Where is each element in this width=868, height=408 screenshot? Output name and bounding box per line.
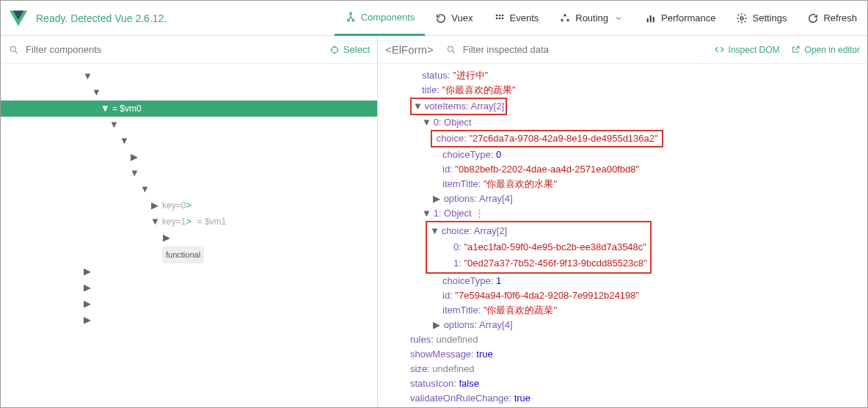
highlight-box: ▼ voteItems: Array[2] <box>410 98 507 115</box>
twist-icon[interactable]: ▼ <box>120 133 128 149</box>
svg-point-3 <box>495 14 497 16</box>
twist-icon[interactable]: ▼ <box>130 165 139 181</box>
svg-point-6 <box>495 17 497 19</box>
tab-events[interactable]: Events <box>484 1 550 36</box>
svg-point-15 <box>448 46 453 51</box>
vuex-icon <box>435 12 447 24</box>
svg-rect-10 <box>650 15 652 22</box>
svg-point-12 <box>740 17 743 20</box>
tab-routing[interactable]: Routing <box>549 1 635 36</box>
twist-icon[interactable]: ▶ <box>162 230 171 246</box>
components-icon <box>345 11 357 23</box>
svg-point-4 <box>498 14 500 16</box>
inspector-panel: <ElForm> Inspect DOM Open in editor stat… <box>378 36 867 407</box>
tab-refresh[interactable]: Refresh <box>797 1 867 36</box>
filter-components-input[interactable] <box>26 44 323 55</box>
main-tabs: Components Vuex Events Routing Performan… <box>335 1 867 36</box>
search-icon <box>8 44 20 56</box>
svg-point-13 <box>10 46 15 51</box>
twist-icon[interactable]: ▶ <box>432 318 441 332</box>
tab-performance[interactable]: Performance <box>635 1 726 36</box>
svg-point-7 <box>498 17 500 19</box>
svg-rect-9 <box>647 18 649 22</box>
inspector-data[interactable]: status: "进行中" title: "你最喜欢的蔬果" ▼ voteIte… <box>378 64 867 407</box>
svg-point-1 <box>347 19 349 21</box>
tab-settings[interactable]: Settings <box>726 1 797 36</box>
twist-icon[interactable]: ▶ <box>83 280 92 296</box>
inspector-breadcrumb: <ElForm> <box>385 43 434 56</box>
components-filter-bar: Select <box>1 36 377 64</box>
twist-icon[interactable]: ▼ <box>109 117 118 133</box>
tree-node[interactable]: ▼ key=1> = $vm1 <box>1 214 377 230</box>
tree-node[interactable]: ▶ <box>1 296 377 312</box>
tree-node[interactable]: ▼ <box>1 181 377 197</box>
tree-node[interactable]: ▼ <box>1 117 377 133</box>
svg-point-2 <box>352 19 354 21</box>
highlight-box: choice: "27c6da7a-9708-42a9-8e19-de4955d… <box>431 130 663 147</box>
svg-point-5 <box>501 14 503 16</box>
twist-icon[interactable]: ▼ <box>422 206 431 221</box>
twist-icon[interactable]: ▼ <box>150 214 159 230</box>
svg-point-0 <box>349 12 351 15</box>
tree-node[interactable]: ▶ <box>1 263 377 280</box>
select-component-button[interactable]: Select <box>329 44 370 56</box>
performance-icon <box>645 12 657 24</box>
refresh-icon <box>807 12 819 24</box>
chevron-down-icon <box>613 12 624 24</box>
twist-icon[interactable]: ▼ <box>413 99 422 114</box>
tree-node[interactable]: ▼ <box>1 133 377 149</box>
tab-vuex[interactable]: Vuex <box>425 1 483 36</box>
tree-node[interactable]: ▼ <box>1 84 377 101</box>
tree-node[interactable]: ▶ <box>1 230 377 246</box>
settings-icon <box>736 12 748 24</box>
tree-node[interactable]: ▶ <box>1 312 377 328</box>
functional-badge: functional <box>162 246 204 263</box>
tree-node[interactable]: ▼ = $vm0 <box>1 101 377 117</box>
svg-point-8 <box>501 17 503 19</box>
twist-icon[interactable]: ▼ <box>430 223 439 239</box>
twist-icon[interactable]: ▼ <box>92 84 101 101</box>
target-icon <box>329 44 340 56</box>
filter-inspected-input[interactable] <box>463 44 708 55</box>
open-editor-button[interactable]: Open in editor <box>790 44 860 56</box>
code-icon <box>714 44 726 56</box>
svg-point-14 <box>332 46 338 52</box>
search-icon <box>445 44 457 56</box>
twist-icon[interactable]: ▶ <box>83 296 92 312</box>
tab-components[interactable]: Components <box>335 1 426 36</box>
status-text: Ready. Detected Vue 2.6.12. <box>36 12 167 24</box>
inspector-filter-bar: <ElForm> Inspect DOM Open in editor <box>378 36 867 64</box>
svg-rect-11 <box>653 17 654 22</box>
twist-icon[interactable]: ▶ <box>83 312 92 328</box>
vue-logo-icon <box>8 8 29 29</box>
highlight-box: ▼ choice: Array[2] 0: "a1ec1fa0-59f0-4e9… <box>426 221 652 274</box>
twist-icon[interactable]: ▶ <box>83 263 92 280</box>
twist-icon[interactable]: ▼ <box>422 115 431 130</box>
components-panel: Select ▼ ▼ ▼ = $vm0▼ ▼ ▶ ▼ ▼ ▶ key=0>▼ k… <box>1 36 378 407</box>
component-tree[interactable]: ▼ ▼ ▼ = $vm0▼ ▼ ▶ ▼ ▼ ▶ key=0>▼ key=1> =… <box>1 64 377 407</box>
tree-node[interactable]: ▼ <box>1 165 377 181</box>
tree-node[interactable]: ▶ <box>1 149 377 165</box>
twist-icon[interactable]: ▶ <box>432 192 441 206</box>
top-toolbar: Ready. Detected Vue 2.6.12. Components V… <box>1 1 867 36</box>
twist-icon[interactable]: ▶ <box>130 149 139 165</box>
twist-icon[interactable]: ▼ <box>101 101 109 117</box>
tree-node[interactable]: ▶ <box>1 280 377 296</box>
twist-icon[interactable]: ▼ <box>83 68 92 84</box>
external-link-icon <box>790 44 802 56</box>
tree-node[interactable]: ▶ key=0> <box>1 197 377 214</box>
tree-node[interactable]: ▼ <box>1 68 377 84</box>
twist-icon[interactable]: ▼ <box>140 181 149 197</box>
inspect-dom-button[interactable]: Inspect DOM <box>714 44 780 56</box>
routing-icon <box>559 12 571 24</box>
events-icon <box>494 12 506 24</box>
tree-node[interactable]: functional <box>1 246 377 263</box>
twist-icon[interactable]: ▶ <box>150 197 159 214</box>
